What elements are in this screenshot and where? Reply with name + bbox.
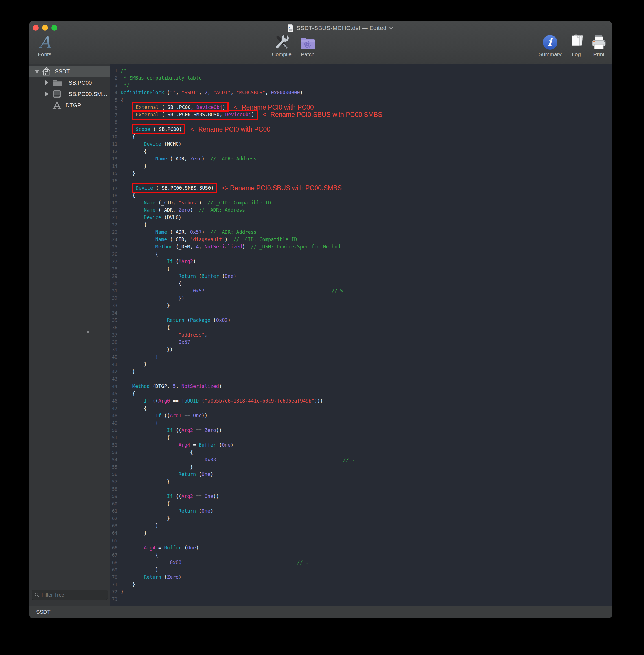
line-number: 64	[110, 529, 121, 537]
code-line: 9 Scope (_SB.PC00)<- Rename PCI0 with PC…	[110, 126, 612, 133]
compile-tools-icon	[273, 33, 290, 50]
code-text: /*	[121, 68, 127, 73]
disclosure-right-icon[interactable]	[45, 80, 52, 85]
line-number: 58	[110, 485, 121, 493]
code-text: */	[121, 83, 130, 88]
disclosure-down-icon[interactable]	[34, 70, 41, 73]
filter-tree-input[interactable]	[31, 590, 108, 600]
code-text: })	[121, 295, 184, 301]
log-pages-icon	[568, 33, 584, 50]
code-token: (_ADR,	[167, 229, 190, 235]
code-token: // .	[297, 560, 308, 565]
chevron-down-icon[interactable]	[389, 26, 393, 29]
line-number: 49	[110, 420, 121, 427]
code-token: If	[156, 413, 161, 419]
line-number: 61	[110, 507, 121, 515]
tree-item-sb-pc00[interactable]: _SB.PC00	[29, 77, 110, 88]
code-token: // _CID: Compatible ID	[233, 236, 297, 242]
code-token: 0x57	[179, 339, 190, 345]
code-token: Arg4	[179, 442, 190, 448]
code-token: ==	[193, 427, 205, 433]
code-lines: 1/*2 * SMBus compatibility table.3 */4De…	[110, 67, 612, 603]
line-number: 16	[110, 177, 121, 185]
code-token: ))	[213, 494, 219, 499]
code-token	[121, 457, 205, 462]
split-divider-dot[interactable]	[87, 331, 89, 334]
code-token: ,	[176, 383, 181, 389]
toolbar-patch-button[interactable]: Patch	[294, 33, 322, 58]
close-button[interactable]	[33, 25, 39, 31]
tree-item-dtgp[interactable]: DTGP	[29, 100, 110, 111]
code-token: Name	[156, 229, 167, 235]
tree-item-label: _SB.PC00	[66, 80, 92, 86]
code-text: }	[121, 589, 123, 594]
code-line: 58	[110, 485, 612, 493]
code-text: Method (_DSM, 4, NotSerialized) // _DSM:…	[121, 244, 340, 250]
line-number: 38	[110, 339, 121, 346]
code-line: 47 {	[110, 405, 612, 412]
code-text: {	[121, 552, 158, 558]
code-token: One	[202, 472, 210, 477]
code-line: 15 }	[110, 170, 612, 177]
code-token: DefinitionBlock	[121, 90, 164, 95]
code-token: Method	[132, 383, 150, 389]
line-number: 2	[110, 74, 121, 82]
document-proxy-icon[interactable]	[287, 24, 294, 32]
code-token: DeviceObj	[197, 105, 222, 110]
code-line: 73	[110, 595, 612, 603]
disclosure-right-icon[interactable]	[45, 91, 52, 96]
fullscreen-button[interactable]	[51, 25, 57, 31]
code-text: Device (_SB.PC00.SMBS.BUS0)<- Rename PCI…	[121, 186, 342, 191]
code-line: 55 }	[110, 463, 612, 471]
code-token: })	[121, 295, 184, 301]
code-line: 13 Name (_ADR, Zero) // _ADR: Address	[110, 155, 612, 162]
code-text: Name (_ADR, Zero) // _ADR: Address	[121, 156, 256, 161]
line-number: 52	[110, 442, 121, 449]
code-token: (	[210, 317, 216, 323]
code-line: 37 "address",	[110, 331, 612, 339]
code-token: }	[121, 479, 170, 484]
code-line: 12 {	[110, 148, 612, 155]
line-number: 14	[110, 163, 121, 170]
code-token: )	[202, 229, 210, 235]
code-line: 32 })	[110, 294, 612, 302]
code-line: 46 If ((Arg0 == ToUUID ("a0b5b7c6-1318-4…	[110, 397, 612, 405]
patch-folder-gear-icon	[299, 33, 316, 50]
code-token: (	[219, 273, 225, 279]
code-token	[121, 244, 156, 250]
code-token: (	[161, 574, 167, 580]
code-editor[interactable]: 1/*2 * SMBus compatibility table.3 */4De…	[110, 64, 612, 606]
code-token: {	[121, 391, 135, 397]
code-token: Buffer	[164, 545, 181, 550]
code-token: }	[121, 171, 135, 176]
code-token: {	[121, 251, 158, 257]
toolbar-summary-button[interactable]: i Summary	[534, 33, 566, 58]
code-token: ((	[161, 413, 170, 419]
rename-highlight-box: Scope (_SB.PC00)	[132, 124, 185, 134]
code-text: }	[121, 163, 147, 169]
tree-item-sb-pc00-smbs[interactable]: _SB.PC00.SM…	[29, 88, 110, 100]
line-number: 28	[110, 265, 121, 273]
folder-icon	[52, 79, 62, 87]
code-token: (	[184, 317, 190, 323]
code-line: 23 Name (_ADR, 0x57) // _ADR: Address	[110, 228, 612, 236]
code-token: (DVL0)	[161, 214, 181, 220]
code-token: (MCHC)	[161, 141, 181, 147]
code-token: /*	[121, 68, 127, 73]
code-line: 3 */	[110, 82, 612, 89]
minimize-button[interactable]	[42, 25, 48, 31]
code-line: 43	[110, 375, 612, 383]
line-number: 46	[110, 398, 121, 405]
code-line: 64 }	[110, 529, 612, 537]
toolbar-compile-button[interactable]: Compile	[268, 33, 296, 58]
code-token	[121, 494, 167, 499]
line-number: 12	[110, 148, 121, 155]
code-token: )	[242, 244, 251, 250]
code-token: Return	[179, 508, 196, 514]
code-line: 38 0x57	[110, 339, 612, 346]
code-token	[121, 214, 144, 220]
code-token	[121, 229, 156, 235]
toolbar-fonts-button[interactable]: A Fonts	[30, 33, 59, 58]
tree-item-ssdt[interactable]: SSDT	[29, 66, 110, 77]
toolbar-print-button[interactable]: Print	[585, 33, 612, 58]
